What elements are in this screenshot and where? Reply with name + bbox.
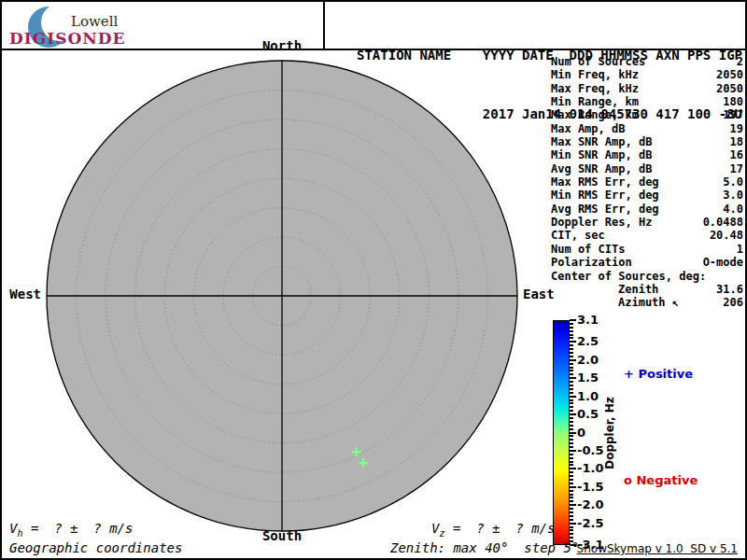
- info-row-label: CIT, sec: [551, 229, 605, 242]
- colorbar-minor-tick: [570, 497, 573, 498]
- info-row-value: 17: [730, 162, 743, 175]
- colorbar-tick-label: -2.0: [577, 497, 603, 512]
- colorbar-axis-label: Doppler, Hz: [603, 397, 616, 469]
- colorbar-minor-tick: [570, 529, 573, 531]
- colorbar-major-tick: [570, 341, 576, 343]
- colorbar-minor-tick: [570, 388, 573, 390]
- colorbar-minor-tick: [570, 439, 573, 441]
- colorbar-minor-tick: [570, 442, 573, 444]
- info-row: Max Range, km197: [551, 108, 743, 121]
- colorbar-tick-label: -1.5: [577, 480, 603, 495]
- info-row: Max SNR Amp, dB18: [551, 135, 743, 148]
- info-row: Max RMS Err, deg5.0: [551, 175, 743, 189]
- info-row-label: Min SNR Amp, dB: [551, 148, 652, 161]
- info-row-label: Max Freq, kHz: [551, 82, 639, 95]
- skymap-polar-plot: [45, 59, 519, 533]
- colorbar-minor-tick: [570, 344, 573, 346]
- colorbar-minor-tick: [570, 399, 573, 401]
- colorbar-minor-tick: [570, 352, 573, 354]
- info-row-label: Avg SNR Amp, dB: [551, 162, 652, 175]
- colorbar-minor-tick: [570, 490, 573, 492]
- colorbar-major-tick: [570, 468, 576, 469]
- info-row: CIT, sec20.48: [551, 229, 743, 242]
- coordinate-system-label: Geographic coordinates: [9, 540, 182, 555]
- info-row-value: 4.0: [723, 203, 743, 216]
- info-row-value: 2: [737, 55, 743, 68]
- info-row-label: Max RMS Err, deg: [551, 175, 659, 189]
- colorbar-minor-tick: [570, 348, 573, 350]
- logo-divider: [323, 2, 325, 49]
- colorbar-minor-tick: [570, 406, 573, 408]
- info-row-label: Min Range, km: [551, 95, 639, 108]
- logo-digisonde-text: DIGISONDE: [9, 29, 126, 48]
- colorbar-minor-tick: [570, 370, 573, 371]
- compass-label-south: South: [245, 528, 319, 543]
- colorbar-minor-tick: [570, 519, 573, 521]
- colorbar-major-tick: [570, 432, 576, 434]
- colorbar-minor-tick: [570, 471, 573, 473]
- colorbar-major-tick: [570, 319, 576, 321]
- info-row: Max Amp, dB19: [551, 122, 743, 135]
- doppler-colorbar-gradient: [553, 320, 570, 545]
- colorbar-minor-tick: [570, 367, 573, 369]
- colorbar-minor-tick: [570, 402, 573, 404]
- info-row: Center of Sources, deg:: [551, 270, 743, 283]
- colorbar-minor-tick: [570, 337, 573, 339]
- info-row-label: Min Freq, kHz: [551, 68, 639, 81]
- info-row: Num of CITs1: [551, 243, 743, 256]
- info-row: Zenith31.6: [551, 283, 743, 296]
- colorbar-minor-tick: [570, 461, 573, 463]
- colorbar-minor-tick: [570, 330, 573, 332]
- info-row-value: 206: [723, 296, 743, 309]
- version-label: ShowSkymap v 1.0 SD v 5.1: [577, 542, 738, 555]
- logo-lowell-text: Lowell: [71, 13, 118, 30]
- colorbar-minor-tick: [570, 483, 573, 484]
- colorbar-major-tick: [570, 413, 576, 415]
- info-row-label: Max Amp, dB: [551, 122, 625, 135]
- velocity-horizontal-readout: Vh = ? ± ? m/s: [9, 521, 133, 539]
- info-row-value: 5.0: [723, 175, 743, 189]
- info-row-label: Doppler Res, Hz: [551, 216, 652, 229]
- colorbar-minor-tick: [570, 334, 573, 336]
- colorbar-minor-tick: [570, 425, 573, 427]
- info-row-value: 1: [737, 243, 743, 256]
- colorbar-minor-tick: [570, 479, 573, 481]
- velocity-vertical-readout: Vz = ? ± ? m/s: [431, 521, 555, 539]
- compass-label-north: North: [245, 38, 319, 53]
- colorbar-tick-label: -2.5: [577, 516, 603, 531]
- info-row-label: Max SNR Amp, dB: [551, 135, 652, 148]
- info-row: Min Freq, kHz2050: [551, 68, 743, 81]
- info-row-label: Max Range, km: [551, 108, 639, 121]
- info-row-label: Zenith: [551, 283, 658, 296]
- colorbar-major-tick: [570, 396, 576, 398]
- colorbar-minor-tick: [570, 500, 573, 502]
- colorbar-minor-tick: [570, 454, 573, 455]
- info-row-label: Center of Sources, deg:: [551, 270, 706, 283]
- info-row: PolarizationO-mode: [551, 256, 743, 269]
- colorbar-minor-tick: [570, 533, 573, 535]
- legend-positive: + Positive: [624, 367, 693, 381]
- showskymap-window: Lowell DIGISONDE STATION NAME YYYY DATE …: [0, 0, 747, 560]
- colorbar-major-tick: [570, 377, 576, 379]
- vz-value: = ? ± ? m/s: [444, 521, 555, 536]
- info-row: Azimuth ↖206: [551, 296, 743, 309]
- info-row-value: 19: [730, 122, 743, 135]
- colorbar-minor-tick: [570, 323, 573, 325]
- info-row: Min Range, km180: [551, 95, 743, 108]
- colorbar-tick-label: 2.0: [577, 353, 599, 368]
- colorbar-minor-tick: [570, 385, 573, 386]
- info-row: Avg SNR Amp, dB17: [551, 162, 743, 175]
- info-row: Doppler Res, Hz0.0488: [551, 216, 743, 229]
- colorbar-major-tick: [570, 486, 576, 488]
- info-row-value: 0.0488: [703, 216, 743, 229]
- colorbar-minor-tick: [570, 494, 573, 496]
- colorbar-minor-tick: [570, 464, 573, 466]
- colorbar-tick-label: 1.5: [577, 371, 599, 385]
- colorbar-minor-tick: [570, 381, 573, 383]
- compass-label-west: West: [6, 287, 41, 301]
- colorbar-minor-tick: [570, 363, 573, 365]
- info-row-value: 18: [730, 135, 743, 148]
- info-row-value: 16: [730, 148, 743, 161]
- info-row-label: Num of CITs: [551, 243, 625, 256]
- zenith-range-note: Zenith: max 40° step 5°: [390, 540, 579, 555]
